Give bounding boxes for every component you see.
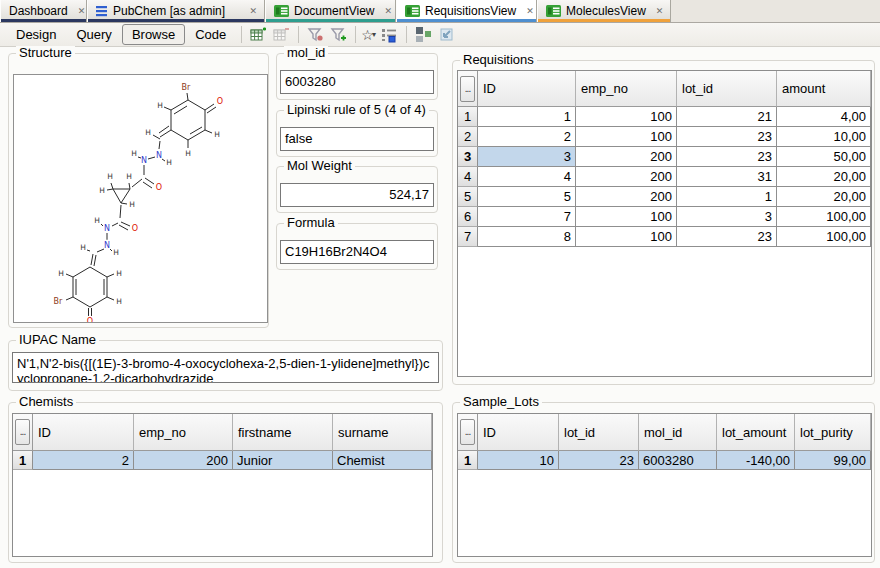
column-header[interactable]: lot_id — [677, 71, 777, 107]
table-cell[interactable]: 1 — [478, 107, 576, 127]
table-cell[interactable]: 23 — [677, 127, 777, 147]
tab-underline — [266, 19, 395, 22]
lipinski-field[interactable]: false — [280, 127, 434, 151]
filter-current-icon[interactable] — [306, 25, 325, 44]
table-cell-selected[interactable]: 2 — [33, 451, 134, 470]
table-cell-selected[interactable]: Chemist — [333, 451, 432, 470]
table-cell[interactable]: 21 — [677, 107, 777, 127]
tab-moleculesview[interactable]: MoleculesView ✕ — [537, 0, 671, 22]
column-header[interactable]: amount — [777, 71, 871, 107]
query-button[interactable]: Query — [66, 24, 121, 45]
svg-text:H: H — [145, 128, 151, 137]
row-number[interactable]: 1 — [458, 107, 478, 127]
tab-requisitionsview[interactable]: RequisitionsView ✕ — [396, 0, 537, 22]
table-cell[interactable]: 4 — [478, 167, 576, 187]
iupac-field[interactable]: N'1,N'2-bis({[(1E)-3-bromo-4-oxocyclohex… — [12, 352, 439, 383]
table-corner-button[interactable]: ... — [15, 419, 30, 445]
table-cell[interactable]: 3 — [677, 207, 777, 227]
tab-bar: Dashboard ✕ PubChem [as admin] ✕ Documen… — [0, 0, 880, 23]
table-cell[interactable]: 50,00 — [777, 147, 871, 167]
table-cell-selected[interactable]: 23 — [559, 451, 639, 470]
code-button[interactable]: Code — [185, 24, 236, 45]
table-cell[interactable]: 100 — [576, 107, 677, 127]
table-cell-selected[interactable]: 6003280 — [639, 451, 717, 470]
row-number[interactable]: 2 — [458, 127, 478, 147]
table-corner-button[interactable]: ... — [460, 419, 475, 445]
column-header[interactable]: ID — [478, 414, 559, 451]
sample-lots-title: Sample_Lots — [460, 395, 542, 409]
table-cell[interactable]: 200 — [576, 147, 677, 167]
row-number[interactable]: 7 — [458, 227, 478, 247]
layout-panels-icon[interactable] — [414, 25, 433, 44]
filter-add-icon[interactable] — [329, 25, 348, 44]
column-header[interactable]: lot_amount — [717, 414, 795, 451]
browse-button[interactable]: Browse — [122, 24, 185, 45]
table-cell[interactable]: 100,00 — [777, 207, 871, 227]
close-icon[interactable]: ✕ — [248, 6, 258, 16]
column-header[interactable]: lot_id — [559, 414, 639, 451]
column-header[interactable]: firstname — [233, 414, 333, 451]
add-record-icon[interactable] — [249, 25, 268, 44]
close-icon[interactable]: ✕ — [655, 6, 665, 16]
tab-documentview[interactable]: DocumentView ✕ — [265, 0, 396, 22]
structure-viewer[interactable]: Br O H H H H N H N H O H H — [13, 74, 268, 323]
table-cell-selected[interactable]: -140,00 — [717, 451, 795, 470]
table-cell[interactable]: 100 — [576, 227, 677, 247]
table-cell-selected[interactable]: 3 — [478, 147, 576, 167]
table-corner-button[interactable]: ... — [460, 76, 475, 102]
row-number[interactable]: 3 — [458, 147, 478, 167]
delete-record-icon[interactable] — [272, 25, 291, 44]
design-button[interactable]: Design — [6, 24, 66, 45]
table-cell[interactable]: 100 — [576, 127, 677, 147]
tab-label: MoleculesView — [566, 4, 646, 18]
diagonal-resize-icon[interactable] — [437, 25, 456, 44]
row-number[interactable]: 4 — [458, 167, 478, 187]
tab-dashboard[interactable]: Dashboard ✕ — [0, 0, 87, 22]
mol-id-field[interactable]: 6003280 — [280, 70, 434, 94]
table-cell[interactable]: 100,00 — [777, 227, 871, 247]
column-header[interactable]: emp_no — [134, 414, 233, 451]
row-number[interactable]: 1 — [13, 451, 33, 470]
column-header[interactable]: ID — [478, 71, 576, 107]
table-cell[interactable]: 20,00 — [777, 167, 871, 187]
column-header[interactable]: emp_no — [576, 71, 677, 107]
table-cell-selected[interactable]: 200 — [134, 451, 233, 470]
row-number[interactable]: 5 — [458, 187, 478, 207]
table-cell[interactable]: 1 — [677, 187, 777, 207]
close-icon[interactable]: ✕ — [383, 6, 393, 16]
table-cell[interactable]: 2 — [478, 127, 576, 147]
toolbar-separator — [406, 26, 407, 43]
column-header[interactable]: mol_id — [639, 414, 717, 451]
table-cell[interactable]: 10,00 — [777, 127, 871, 147]
saved-filters-icon[interactable] — [380, 25, 399, 44]
table-cell-selected[interactable]: 10 — [478, 451, 559, 470]
dropdown-caret-icon[interactable]: ▾ — [372, 30, 376, 39]
table-cell[interactable]: 200 — [576, 167, 677, 187]
row-number[interactable]: 1 — [458, 451, 478, 470]
table-cell[interactable]: 23 — [677, 227, 777, 247]
table-cell[interactable]: 23 — [677, 147, 777, 167]
table-cell[interactable]: 4,00 — [777, 107, 871, 127]
formula-field[interactable]: C19H16Br2N4O4 — [280, 240, 434, 264]
table-cell-selected[interactable]: 99,00 — [795, 451, 871, 470]
svg-text:N: N — [104, 241, 110, 250]
table-cell[interactable]: 5 — [478, 187, 576, 207]
mol-weight-field[interactable]: 524,17 — [280, 183, 434, 207]
molecule-structure: Br O H H H H N H N H O H H — [14, 75, 267, 322]
table-cell-selected[interactable]: Junior — [233, 451, 333, 470]
table-cell[interactable]: 100 — [576, 207, 677, 227]
table-cell[interactable]: 200 — [576, 187, 677, 207]
column-header[interactable]: lot_purity — [795, 414, 871, 451]
row-number[interactable]: 6 — [458, 207, 478, 227]
requisitions-title: Requisitions — [460, 53, 537, 67]
table-cell[interactable]: 31 — [677, 167, 777, 187]
close-icon[interactable]: ✕ — [525, 6, 535, 16]
svg-text:H: H — [185, 149, 191, 158]
tab-pubchem[interactable]: PubChem [as admin] ✕ — [87, 0, 265, 22]
table-cell[interactable]: 8 — [478, 227, 576, 247]
close-icon[interactable]: ✕ — [77, 6, 87, 16]
table-cell[interactable]: 7 — [478, 207, 576, 227]
column-header[interactable]: ID — [33, 414, 134, 451]
table-cell[interactable]: 20,00 — [777, 187, 871, 207]
column-header[interactable]: surname — [333, 414, 432, 451]
